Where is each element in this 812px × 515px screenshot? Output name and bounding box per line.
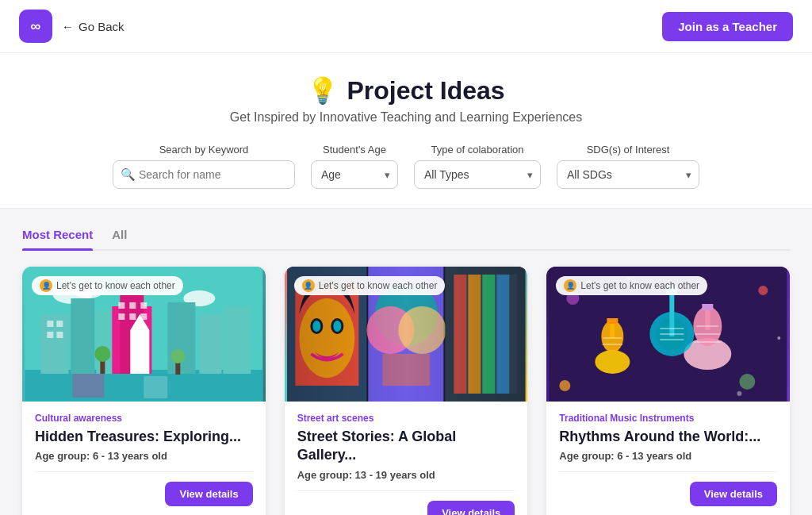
card-image-2: 👤 Let's get to know each other (285, 267, 528, 402)
card-category-1: Cultural awareness (35, 413, 253, 424)
card-body-1: Cultural awareness Hidden Treasures: Exp… (22, 402, 266, 515)
search-input-wrapper: 🔍 (113, 160, 295, 189)
search-icon: 🔍 (121, 167, 136, 182)
svg-rect-11 (199, 314, 221, 374)
card-body-2: Street art scenes Street Stories: A Glob… (285, 402, 528, 515)
svg-point-74 (740, 374, 756, 390)
card-image-1: 👤 Let's get to know each other (22, 267, 266, 402)
project-card-3: 👤 Let's get to know each other Tradition… (546, 267, 790, 515)
svg-point-73 (759, 286, 768, 295)
svg-rect-8 (71, 298, 94, 374)
card-footer-3: View details (559, 482, 777, 506)
tabs-bar: Most Recent All (22, 228, 790, 251)
lightbulb-icon: 💡 (307, 75, 339, 106)
sdg-label: SDG(s) of Interest (557, 144, 699, 156)
svg-rect-67 (670, 290, 675, 336)
card-footer-1: View details (35, 482, 253, 506)
badge-icon-3: 👤 (564, 279, 576, 292)
card-image-3: 👤 Let's get to know each other (546, 267, 790, 402)
svg-rect-25 (130, 330, 149, 374)
join-teacher-button[interactable]: Join as a Teacher (662, 12, 793, 41)
svg-rect-15 (47, 332, 53, 338)
cards-grid: 👤 Let's get to know each other Cultural … (22, 267, 790, 515)
main-content: Most Recent All (0, 209, 812, 515)
badge-icon-2: 👤 (302, 279, 315, 292)
card-body-3: Traditional Music Instruments Rhythms Ar… (546, 402, 790, 515)
svg-rect-7 (40, 314, 68, 374)
svg-rect-20 (129, 302, 136, 309)
search-input[interactable] (113, 160, 295, 189)
tab-all[interactable]: All (112, 228, 127, 249)
card-footer-2: View details (297, 501, 515, 515)
svg-rect-5 (72, 374, 104, 398)
svg-rect-19 (118, 302, 124, 309)
project-card-2: 👤 Let's get to know each other Street ar… (285, 267, 528, 515)
hero-section: 💡 Project Ideas Get Inspired by Innovati… (0, 53, 812, 209)
svg-rect-12 (223, 306, 251, 374)
sdg-select[interactable]: All SDGs SDG 1 SDG 2 SDG 3 SDG 4 (557, 160, 699, 189)
svg-point-59 (596, 350, 630, 374)
page-title: 💡 Project Ideas (19, 75, 793, 106)
badge-icon-1: 👤 (40, 279, 52, 292)
svg-rect-55 (703, 304, 714, 310)
card-divider-2 (297, 490, 515, 491)
go-back-button[interactable]: ← Go Back (62, 20, 124, 33)
age-label: Student's Age (311, 144, 398, 156)
card-badge-3: 👤 Let's get to know each other (556, 276, 707, 295)
svg-point-78 (737, 391, 742, 396)
age-filter-group: Student's Age Age 6-12 13-18 18+ (311, 144, 398, 189)
svg-point-75 (560, 380, 571, 391)
collab-select[interactable]: All Types Partner Class Group Project In… (414, 160, 541, 189)
card-badge-1: 👤 Let's get to know each other (32, 276, 183, 295)
keyword-label: Search by Keyword (113, 144, 295, 156)
logo: ∞ (19, 10, 52, 43)
hero-subtitle: Get Inspired by Innovative Teaching and … (19, 110, 793, 125)
filter-bar: Search by Keyword 🔍 Student's Age Age 6-… (19, 144, 793, 192)
sdg-select-wrapper: All SDGs SDG 1 SDG 2 SDG 3 SDG 4 (557, 160, 699, 189)
svg-point-79 (778, 336, 781, 340)
back-arrow-icon: ← (62, 20, 74, 33)
collab-label: Type of colaboration (414, 144, 541, 156)
card-badge-2: 👤 Let's get to know each other (294, 276, 446, 295)
card-title-2: Street Stories: A Global Gallery... (297, 428, 515, 465)
svg-rect-62 (607, 318, 619, 324)
card-title-1: Hidden Treasures: Exploring... (35, 428, 253, 446)
svg-rect-16 (56, 332, 63, 338)
card-category-3: Traditional Music Instruments (559, 413, 777, 424)
svg-rect-13 (47, 321, 53, 327)
svg-rect-21 (140, 302, 147, 309)
svg-point-30 (170, 349, 185, 363)
card-category-2: Street art scenes (297, 413, 515, 424)
svg-rect-23 (129, 313, 136, 320)
view-details-button-3[interactable]: View details (690, 482, 777, 506)
svg-rect-14 (56, 321, 63, 327)
view-details-button-2[interactable]: View details (427, 501, 515, 515)
sdg-filter-group: SDG(s) of Interest All SDGs SDG 1 SDG 2 … (557, 144, 699, 189)
tab-most-recent[interactable]: Most Recent (22, 228, 93, 249)
view-details-button-1[interactable]: View details (165, 482, 252, 506)
project-card-1: 👤 Let's get to know each other Cultural … (22, 267, 266, 515)
svg-rect-10 (167, 302, 195, 374)
svg-point-28 (94, 346, 110, 362)
card-age-3: Age group: 6 - 13 years old (559, 450, 777, 462)
keyword-filter-group: Search by Keyword 🔍 (113, 144, 295, 189)
header-left: ∞ ← Go Back (19, 10, 124, 43)
card-age-1: Age group: 6 - 13 years old (35, 450, 253, 462)
card-title-3: Rhythms Around the World:... (559, 428, 777, 446)
card-divider-1 (35, 471, 253, 472)
header: ∞ ← Go Back Join as a Teacher (0, 0, 812, 53)
card-divider-3 (559, 471, 777, 472)
card-age-2: Age group: 13 - 19 years old (297, 469, 515, 481)
age-select-wrapper: Age 6-12 13-18 18+ (311, 160, 398, 189)
age-select[interactable]: Age 6-12 13-18 18+ (311, 160, 398, 189)
collab-filter-group: Type of colaboration All Types Partner C… (414, 144, 541, 189)
svg-rect-6 (144, 376, 167, 398)
svg-rect-22 (118, 313, 124, 320)
collab-select-wrapper: All Types Partner Class Group Project In… (414, 160, 541, 189)
